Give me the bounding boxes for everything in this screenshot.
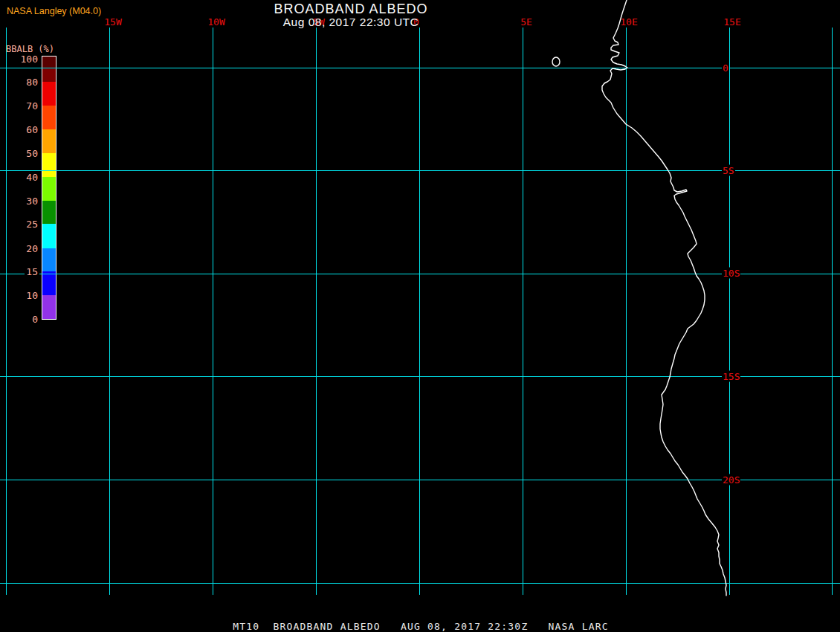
albedo-map-canvas: NASA Langley (M04.0) BROADBAND ALBEDO Au…	[0, 0, 840, 632]
colorbar-tick: 10	[25, 290, 39, 301]
colorbar-tick: 50	[25, 148, 39, 159]
colorbar-tick: 0	[30, 314, 39, 325]
latitude-label-10S: 10S	[722, 268, 740, 279]
longitude-label-5E: 5E	[520, 16, 532, 28]
longitude-label-10W: 10W	[207, 16, 224, 28]
coastline-path	[602, 0, 726, 596]
colorbar-tick: 15	[25, 266, 39, 277]
colorbar-tick: 60	[25, 124, 39, 135]
colorbar-tick: 100	[19, 54, 39, 65]
page-title: BROADBAND ALBEDO	[274, 1, 427, 17]
colorbar-tick: 40	[25, 172, 39, 183]
colorbar-tick: 25	[25, 219, 39, 230]
longitude-label-15W: 15W	[104, 16, 121, 28]
colorbar-tick: 80	[25, 77, 39, 88]
timestamp-subtitle: Aug 08, 2017 22:30 UTC	[283, 16, 419, 29]
latitude-label-0: 0	[722, 62, 729, 74]
longitude-label-15E: 15E	[723, 16, 740, 28]
map-plot-area	[0, 0, 840, 632]
coastline-layer	[552, 0, 726, 596]
source-version-label: NASA Langley (M04.0)	[7, 6, 101, 16]
longitude-label-10E: 10E	[620, 16, 637, 28]
footer-status-line: MT10 BROADBAND ALBEDO AUG 08, 2017 22:30…	[233, 621, 609, 632]
island-outline	[552, 57, 560, 66]
colorbar-tick: 70	[25, 100, 39, 112]
colorbar-tick: 20	[25, 243, 39, 254]
colorbar-tick: 30	[25, 196, 39, 207]
latitude-label-15S: 15S	[722, 371, 740, 382]
latlon-grid	[0, 28, 840, 595]
latitude-label-5S: 5S	[722, 165, 735, 176]
latitude-label-20S: 20S	[722, 474, 740, 486]
